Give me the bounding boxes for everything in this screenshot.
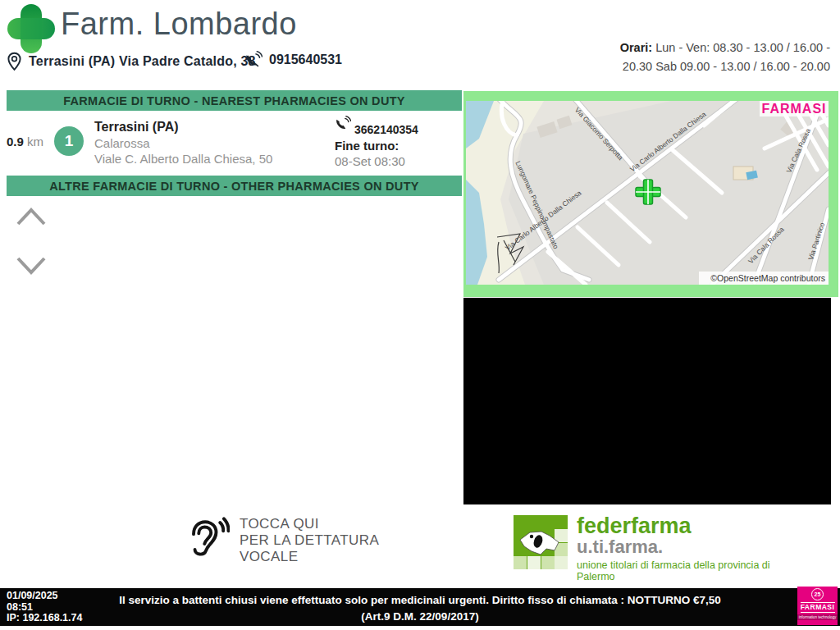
other-pharmacies-banner: ALTRE FARMACIE DI TURNO - OTHER PHARMACI…	[7, 176, 462, 196]
openstreetmap-map: Via Giacomo Serpotta Via Carlo Alberto D…	[466, 101, 829, 285]
footer-ip: IP: 192.168.1.74	[7, 613, 82, 624]
footer-date: 01/09/2025	[7, 591, 82, 602]
federfarma-subtitle: u.ti.farma.	[577, 536, 809, 557]
phone-icon	[335, 116, 351, 132]
voice-dictation-button[interactable]: TOCCA QUIPER LA DETTATURA VOCALE	[185, 512, 431, 569]
federfarma-sicily-icon	[514, 515, 568, 569]
footer-system-info: 01/09/2025 08:51 IP: 192.168.1.74	[7, 591, 82, 624]
farmasi-logo-name: FARMASI	[801, 602, 835, 613]
footer-notice: Il servizio a battenti chiusi viene effe…	[116, 592, 724, 625]
chevron-down-icon	[15, 255, 48, 276]
phone-icon	[244, 51, 262, 69]
entry-phone-row: 3662140354	[335, 116, 418, 138]
location-pin-icon	[7, 52, 22, 71]
entry-contact: 3662140354 Fine turno: 08-Set 08:30	[335, 116, 418, 169]
entry-details: Terrasini (PA) Calarossa Viale C. Albert…	[94, 119, 272, 167]
map-attribution: ©OpenStreetMap contributors	[710, 273, 825, 283]
entry-rank-badge: 1	[54, 126, 84, 156]
entry-street: Viale C. Alberto Dalla Chiesa, 50	[94, 151, 272, 167]
entry-city: Terrasini (PA)	[94, 119, 272, 135]
entry-phone-number: 3662140354	[354, 122, 418, 138]
chevron-up-icon	[15, 206, 48, 227]
pharmacy-cross-logo-icon	[7, 3, 56, 54]
header-phone: 0915640531	[244, 49, 342, 71]
entry-end-time: 08-Set 08:30	[335, 153, 418, 169]
ear-icon	[185, 515, 230, 566]
federfarma-text: federfarma u.ti.farma. unione titolari d…	[577, 515, 809, 573]
federfarma-tagline: unione titolari di farmacia della provin…	[577, 559, 809, 582]
kiosk-screen: Farm. Lombardo Terrasini (PA) Via Padre …	[0, 0, 840, 630]
footer-time: 08:51	[7, 602, 82, 614]
farmasi-25-badge: 25	[811, 588, 824, 600]
entry-distance: 0.9 km	[7, 135, 43, 148]
nearest-pharmacies-banner: FARMACIE DI TURNO - NEAREST PHARMACIES O…	[7, 90, 462, 111]
voice-dictation-label: TOCCA QUIPER LA DETTATURA VOCALE	[240, 516, 431, 565]
federfarma-title: federfarma	[577, 515, 809, 536]
scroll-down-button[interactable]	[15, 255, 48, 278]
pharmacy-entry[interactable]: 0.9 km 1 Terrasini (PA) Calarossa Viale …	[0, 112, 462, 175]
scroll-up-button[interactable]	[15, 206, 48, 229]
map-container: Via Giacomo Serpotta Via Carlo Alberto D…	[463, 91, 838, 297]
opening-hours-line2: 20.30 Sab 09.00 - 13.00 / 16.00 - 20.00	[623, 60, 830, 73]
entry-locality: Calarossa	[94, 135, 272, 152]
header-address: Terrasini (PA) Via Padre Cataldo, 38	[7, 51, 256, 72]
header-address-label: Terrasini (PA) Via Padre Cataldo, 38	[29, 54, 256, 69]
footer-bar: 01/09/2025 08:51 IP: 192.168.1.74 Il ser…	[0, 588, 840, 626]
farmasi-map-watermark: FARMASI	[762, 102, 827, 116]
entry-end-label: Fine turno:	[335, 138, 418, 153]
opening-hours-line1: Lun - Ven: 08.30 - 13.00 / 16.00 -	[652, 41, 830, 54]
farmasi-logo-tagline: information technology	[797, 614, 838, 620]
federfarma-logo-block: federfarma u.ti.farma. unione titolari d…	[514, 515, 809, 573]
farmasi-footer-logo: 25 FARMASI information technology	[797, 587, 838, 625]
page-title: Farm. Lombardo	[61, 7, 297, 42]
media-panel	[463, 298, 831, 504]
opening-hours-label: Orari:	[620, 41, 653, 54]
header-phone-number: 0915640531	[269, 52, 342, 67]
opening-hours: Orari: Lun - Ven: 08.30 - 13.00 / 16.00 …	[584, 39, 830, 76]
